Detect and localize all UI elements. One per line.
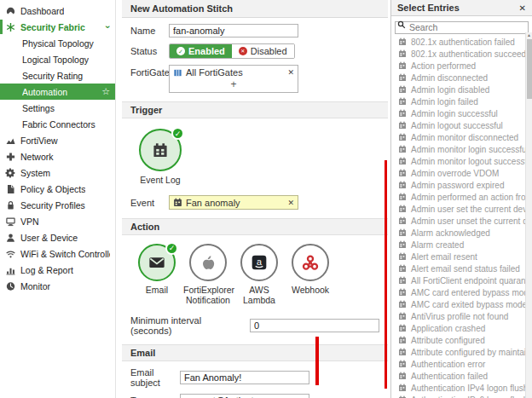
- sidebar-item-label: System: [20, 168, 50, 178]
- entry-admin-monitor-logout-successful[interactable]: Admin monitor logout successful: [391, 155, 532, 167]
- sidebar-item-fortiview[interactable]: FortiView›: [0, 132, 115, 148]
- action-option-webhook[interactable]: Webhook: [286, 244, 335, 305]
- action-circle-fortiexplorer-notification[interactable]: [189, 244, 227, 281]
- entry-admin-login-disabled[interactable]: Admin login disabled: [391, 84, 532, 95]
- entry-admin-user-unset-the-current-device-a[interactable]: Admin user unset the current device a: [391, 215, 532, 227]
- entry-application-crashed[interactable]: Application crashed: [391, 322, 532, 334]
- entry-label: Admin monitor disconnected: [411, 133, 518, 142]
- sidebar-item-security-rating[interactable]: Security Rating: [0, 67, 115, 84]
- sidebar-item-fabric-connectors[interactable]: Fabric Connectors: [0, 116, 115, 132]
- entry-label: Admin logout successful: [411, 121, 503, 130]
- entry-label: 802.1x authentication succeeded: [411, 49, 532, 59]
- scrollbar[interactable]: ▲: [525, 32, 532, 398]
- sidebar-item-physical-topology[interactable]: Physical Topology: [0, 35, 115, 51]
- entry-authentication-error[interactable]: Authentication error: [391, 358, 532, 370]
- action-option-label: FortiExplorer Notification: [183, 285, 233, 305]
- action-option-email[interactable]: ✓Email: [132, 244, 182, 305]
- entry-admin-overrode-vdom[interactable]: Admin overrode VDOM: [391, 167, 532, 179]
- entry-amc-card-exited-bypass-mode[interactable]: AMC card exited bypass mode: [391, 298, 532, 310]
- calendar-icon: [398, 336, 407, 344]
- favorite-star-icon[interactable]: ☆: [101, 87, 110, 96]
- entry-alarm-created[interactable]: Alarm created: [391, 239, 532, 251]
- entry-admin-user-set-the-current-device-as-h[interactable]: Admin user set the current device as H: [391, 203, 532, 215]
- calendar-icon: [398, 228, 407, 237]
- sidebar-item-security-profiles[interactable]: Security Profiles›: [0, 197, 115, 213]
- sidebar-item-security-fabric[interactable]: Security Fabric›: [0, 19, 115, 35]
- sidebar-item-monitor[interactable]: Monitor›: [0, 278, 115, 294]
- entry-attribute-configured[interactable]: Attribute configured: [391, 334, 532, 346]
- calendar-icon: [398, 73, 407, 82]
- calendar-icon: [398, 324, 407, 332]
- entry-attribute-configured-by-maintainer[interactable]: Attribute configured by maintainer: [391, 346, 532, 358]
- sidebar-item-user-device[interactable]: User & Device›: [0, 229, 115, 245]
- selected-check-badge-icon: ✓: [171, 127, 184, 140]
- disabled-x-icon: ✕: [239, 47, 247, 55]
- fortigate-entry[interactable]: All FortiGates ✕: [170, 66, 298, 79]
- entry-label: All FortiClient endpoint quarantines re: [411, 276, 532, 286]
- entry-admin-monitor-login-successful[interactable]: Admin monitor login successful: [391, 143, 532, 155]
- sidebar-item-log-report[interactable]: Log & Report›: [0, 262, 115, 278]
- entry-amc-card-entered-bypass-mode[interactable]: AMC card entered bypass mode: [391, 286, 532, 298]
- close-panel-icon[interactable]: ✕: [519, 3, 526, 13]
- entry-action-performed[interactable]: Action performed: [391, 60, 532, 72]
- email-to-input[interactable]: [180, 394, 309, 398]
- remove-event-icon[interactable]: ✕: [287, 199, 294, 207]
- sidebar-item-network[interactable]: Network›: [0, 148, 115, 164]
- action-circle-webhook[interactable]: [292, 244, 329, 281]
- trigger-event-log-button[interactable]: ✓: [139, 129, 182, 171]
- entry-label: Authentication failed: [411, 372, 488, 381]
- min-interval-input[interactable]: [250, 319, 379, 332]
- action-option-aws-lambda[interactable]: aAWS Lambda: [234, 244, 284, 305]
- event-field[interactable]: Fan anomaly ✕: [169, 195, 298, 210]
- sidebar-item-wifi-switch-controller[interactable]: WiFi & Switch Controller›: [0, 245, 115, 262]
- network-icon: [5, 152, 16, 162]
- entry-alert-email-send-status-failed[interactable]: Alert email send status failed: [391, 262, 532, 274]
- entry-admin-password-expired[interactable]: Admin password expired: [391, 179, 532, 191]
- sidebar-item-logical-topology[interactable]: Logical Topology: [0, 51, 115, 67]
- remove-fortigate-icon[interactable]: ✕: [287, 68, 294, 77]
- entry-admin-login-failed[interactable]: Admin login failed: [391, 95, 532, 107]
- sidebar-item-vpn[interactable]: VPN›: [0, 213, 115, 229]
- entry-authentication-ipv4-logon-flush[interactable]: Authentication IPv4 logon flush: [391, 382, 532, 394]
- entry-label: AMC card exited bypass mode: [411, 300, 527, 309]
- sidebar-item-policy-objects[interactable]: Policy & Objects›: [0, 181, 115, 197]
- entry-admin-monitor-disconnected[interactable]: Admin monitor disconnected: [391, 131, 532, 143]
- entry-label: Admin login successful: [411, 109, 498, 118]
- entry-802-1x-authentication-failed[interactable]: 802.1x authentication failed: [391, 36, 532, 48]
- entry-label: AMC card entered bypass mode: [411, 288, 532, 297]
- status-toggle: ✓ Enabled ✕ Disabled: [169, 43, 295, 59]
- action-option-fortiexplorer-notification[interactable]: FortiExplorer Notification: [183, 244, 233, 305]
- sidebar-item-settings[interactable]: Settings: [0, 100, 115, 116]
- entry-authentication-ipv6-logon-flush[interactable]: Authentication IPv6 logon flush: [391, 394, 532, 398]
- action-circle-aws-lambda[interactable]: a: [240, 244, 278, 281]
- entry-label: Admin performed an action from GUI: [411, 193, 532, 202]
- scrollbar-thumb[interactable]: [527, 39, 532, 99]
- entry-admin-login-successful[interactable]: Admin login successful: [391, 107, 532, 119]
- entry-authentication-failed[interactable]: Authentication failed: [391, 370, 532, 382]
- entry-alarm-acknowledged[interactable]: Alarm acknowledged: [391, 227, 532, 239]
- email-subject-input[interactable]: [180, 371, 309, 384]
- entry-admin-logout-successful[interactable]: Admin logout successful: [391, 119, 532, 131]
- entry-admin-disconnected[interactable]: Admin disconnected: [391, 72, 532, 84]
- entry-admin-performed-an-action-from-gui[interactable]: Admin performed an action from GUI: [391, 191, 532, 203]
- name-input[interactable]: [169, 24, 298, 37]
- action-circle-email[interactable]: ✓: [138, 244, 176, 281]
- entry-label: Application crashed: [411, 324, 485, 333]
- entry-label: 802.1x authentication failed: [411, 37, 515, 47]
- event-log-icon: [152, 142, 169, 159]
- envelope-icon: [148, 254, 165, 271]
- sidebar-item-system[interactable]: System›: [0, 164, 115, 181]
- search-input[interactable]: [395, 21, 529, 34]
- sidebar-item-automation[interactable]: Automation☆: [0, 84, 115, 100]
- entry-802-1x-authentication-succeeded[interactable]: 802.1x authentication succeeded: [391, 48, 532, 60]
- aws-icon: a: [251, 254, 268, 271]
- add-fortigate-button[interactable]: +: [170, 79, 298, 92]
- enabled-check-icon: ✓: [176, 47, 185, 55]
- entry-antivirus-profile-not-found[interactable]: AntiVirus profile not found: [391, 310, 532, 322]
- status-enabled-button[interactable]: ✓ Enabled: [170, 44, 232, 58]
- status-disabled-button[interactable]: ✕ Disabled: [232, 44, 294, 58]
- scroll-up-icon[interactable]: ▲: [526, 32, 532, 38]
- entry-all-forticlient-endpoint-quarantines-re[interactable]: All FortiClient endpoint quarantines re: [391, 274, 532, 286]
- sidebar-item-dashboard[interactable]: Dashboard›: [0, 3, 115, 19]
- entry-alert-email-resent[interactable]: Alert email resent: [391, 251, 532, 262]
